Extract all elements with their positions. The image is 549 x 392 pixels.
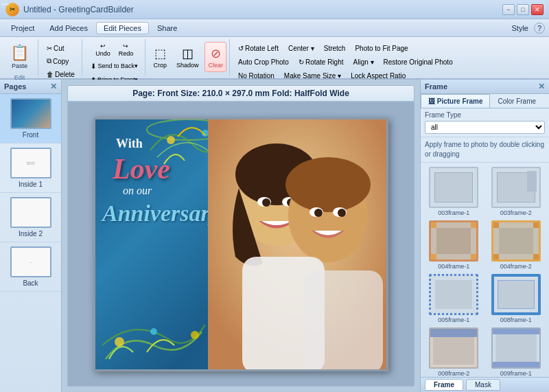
svg-point-18 [314,209,323,217]
page-label-inside2: Inside 2 [19,230,43,238]
pages-panel-header: Pages ✕ [0,80,61,94]
color-frame-label: Color Frame [498,97,536,105]
menu-help[interactable]: ? [534,23,545,34]
cut-button[interactable]: ✂ Cut [43,42,79,54]
frame-item-004-2[interactable]: 004frame-2 [487,220,546,270]
crop-button[interactable]: ⬚ Crop [150,42,170,72]
center-button[interactable]: Center ▾ [284,42,318,54]
pages-panel-close[interactable]: ✕ [50,82,57,91]
page-thumb-back-img: ~ [10,246,51,277]
paste-button[interactable]: 📋 Paste [5,42,34,71]
card-text-anniversary: Anniversary [102,200,220,227]
undo-icon: ↩ [100,43,106,49]
frame-panel-header: Frame ✕ [421,80,549,94]
menu-add-pieces[interactable]: Add Pieces [43,23,95,34]
no-rotation-label: No Rotation [238,72,274,80]
redo-label: Redo [119,50,134,57]
card-canvas[interactable]: With Love on our Anniversary [93,117,388,371]
pages-title: Pages [4,82,26,91]
frame-label-005-1: 005frame-1 [438,316,469,323]
photo-faces [208,119,386,371]
shadow-button[interactable]: ◫ Shadow [173,42,202,72]
frame-thumb-009-1 [491,327,541,369]
send-back-icon: ⬇ [91,62,96,70]
svg-point-12 [262,198,270,207]
window-title: Untitled - GreetingCardBuilder [23,5,134,14]
svg-point-1 [167,136,175,144]
frame-item-008-2[interactable]: 008frame-2 [425,327,483,377]
tab-color-frame[interactable]: Color Frame [490,94,544,108]
page-thumb-front-img: Love [10,98,51,129]
frame-label-004-1: 004frame-1 [438,263,469,270]
page-thumb-back[interactable]: ~ Back [0,242,61,292]
tab-picture-frame[interactable]: 🖼 Picture Frame [421,94,490,108]
tab-mask[interactable]: Mask [466,379,500,391]
main-area: Pages ✕ Love Front text Inside 1 Inside … [0,80,549,392]
frame-item-004-1[interactable]: 004frame-1 [425,220,483,270]
menu-style[interactable]: Style [512,24,528,32]
align-button[interactable]: Align ▾ [349,56,378,68]
frame-label-003-2: 003frame-2 [500,209,532,216]
frame-item-009-1[interactable]: 009frame-1 [487,327,546,377]
delete-icon: 🗑 [47,71,54,78]
page-thumb-inside1[interactable]: text Inside 1 [0,143,61,193]
canvas-info: Page: Front Size: 210.0 × 297.0 mm Fold:… [67,85,414,102]
shadow-label: Shadow [176,62,199,69]
canvas-wrapper[interactable]: With Love on our Anniversary [67,102,414,387]
toolbar: 📋 Paste Edit ✂ Cut ⧉ Copy 🗑 Delete [0,37,549,80]
undo-button[interactable]: ↩ Undo [92,42,114,57]
menu-project[interactable]: Project [4,23,41,34]
couple-silhouette [208,119,386,371]
frame-label-003-1: 003frame-1 [438,209,469,216]
frame-type-label: Frame Type [425,111,545,119]
shadow-icon: ◫ [182,46,194,61]
photo-edit-group: ↺ Rotate Left Center ▾ Stretch Photo to … [231,39,470,76]
picture-frame-icon: 🖼 [428,97,437,105]
tab-frame[interactable]: Frame [425,379,463,391]
auto-crop-button[interactable]: Auto Crop Photo [234,56,293,68]
page-thumb-inside2[interactable]: Inside 2 [0,193,61,242]
couple-photo [208,119,386,371]
page-thumb-inside1-img: text [10,148,51,178]
clear-icon: ⊘ [211,46,221,61]
send-back-button[interactable]: ⬇ Send to Back▾ [86,60,142,72]
rotate-right-button[interactable]: ↻ Rotate Right [294,56,348,68]
minimize-button[interactable]: − [502,4,515,15]
page-thumb-front[interactable]: Love Front [0,94,61,143]
frame-bottom-tabs: Frame Mask [421,377,549,392]
rotate-right-label: Rotate Right [305,58,344,66]
frame-item-008-1[interactable]: 008frame-1 [487,274,546,323]
copy-button[interactable]: ⧉ Copy [43,55,79,67]
frame-panel-close[interactable]: ✕ [538,82,545,91]
crop-icon: ⬚ [154,46,166,61]
close-button[interactable]: ✕ [531,4,544,15]
page-label-inside1: Inside 1 [19,181,43,188]
photo-fit-label: Photo to Fit Page [355,45,408,52]
frame-item-003-2[interactable]: 003frame-2 [487,167,546,216]
frame-type-select[interactable]: all [425,121,545,134]
svg-rect-21 [304,270,383,371]
frame-item-005-1[interactable]: 005frame-1 [425,274,483,323]
page-thumb-inside2-img [10,197,51,228]
frame-item-003-1[interactable]: 003frame-1 [425,167,483,216]
maximize-button[interactable]: □ [517,4,529,15]
svg-point-6 [191,331,199,339]
frame-instructions: Apply frame to photo by double clicking … [421,137,549,163]
photo-fit-button[interactable]: Photo to Fit Page [351,42,412,54]
restore-button[interactable]: Restore Original Photo [379,56,457,68]
crop-group: ⬚ Crop ◫ Shadow ⊘ Clear [147,39,230,76]
cut-label: Cut [54,45,65,52]
paste-label: Paste [12,62,27,69]
clear-button[interactable]: ⊘ Clear [205,42,226,72]
stretch-button[interactable]: Stretch [320,42,350,54]
rotate-left-label: Rotate Left [245,45,279,52]
redo-button[interactable]: ↪ Redo [115,42,137,57]
delete-button[interactable]: 🗑 Delete [43,68,79,80]
frame-title: Frame [425,82,447,91]
menu-share[interactable]: Share [150,23,184,34]
menu-edit-pieces[interactable]: Edit Pieces [96,22,149,34]
cut-icon: ✂ [47,45,52,52]
rotate-left-button[interactable]: ↺ Rotate Left [234,42,283,54]
frame-label-009-1: 009frame-1 [500,370,532,377]
frame-thumb-004-2 [491,220,541,262]
